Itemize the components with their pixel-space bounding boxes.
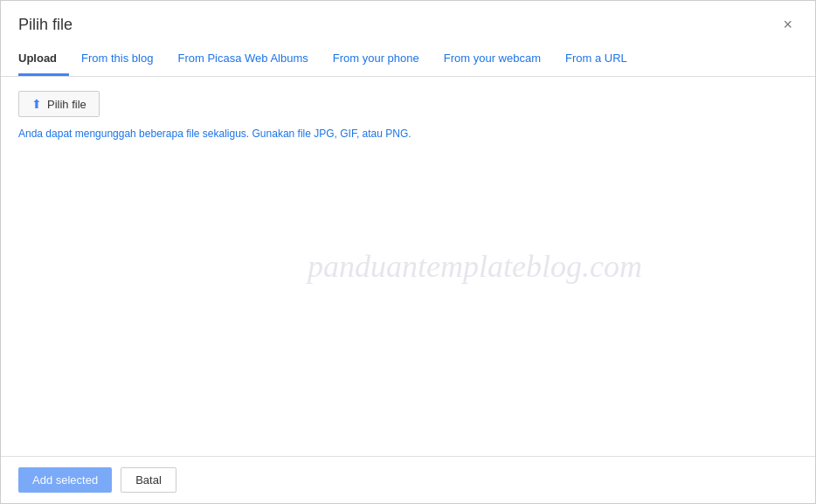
upload-button[interactable]: ⬆ Pilih file xyxy=(18,91,100,117)
close-button[interactable]: × xyxy=(778,15,798,34)
dialog-header: Pilih file × xyxy=(1,1,815,34)
tab-upload[interactable]: Upload xyxy=(18,43,69,76)
upload-icon: ⬆ xyxy=(31,97,42,111)
watermark: panduantemplateblog.com xyxy=(308,248,642,285)
tab-bar: Upload From this blog From Picasa Web Al… xyxy=(1,43,815,77)
upload-hint: Anda dapat mengunggah beberapa file seka… xyxy=(18,128,798,140)
tab-picasa[interactable]: From Picasa Web Albums xyxy=(165,43,320,76)
add-selected-button[interactable]: Add selected xyxy=(18,467,112,493)
tab-phone[interactable]: From your phone xyxy=(321,43,432,76)
tab-from-this-blog[interactable]: From this blog xyxy=(69,43,165,76)
file-picker-dialog: Pilih file × Upload From this blog From … xyxy=(0,0,816,504)
dialog-title: Pilih file xyxy=(18,16,73,34)
cancel-button[interactable]: Batal xyxy=(121,467,176,493)
upload-button-label: Pilih file xyxy=(47,98,86,111)
dialog-footer: Add selected Batal xyxy=(1,456,815,503)
dialog-body: ⬆ Pilih file Anda dapat mengunggah beber… xyxy=(1,77,815,456)
tab-webcam[interactable]: From your webcam xyxy=(432,43,553,76)
tab-url[interactable]: From a URL xyxy=(553,43,640,76)
